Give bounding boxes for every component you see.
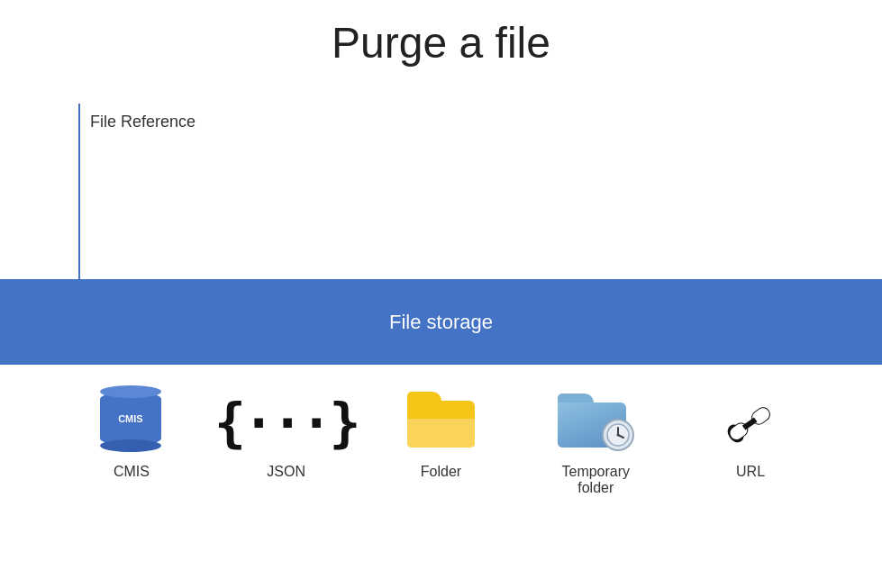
temp-folder-label: Temporary folder: [541, 464, 650, 496]
flow-arrow: [72, 104, 86, 296]
svg-point-3: [616, 434, 619, 437]
arrow-line: [78, 104, 80, 284]
file-storage-label: File storage: [389, 311, 493, 334]
temp-folder-clock: [602, 419, 634, 451]
icon-item-json: {···} JSON: [232, 392, 341, 480]
json-braces-icon: {···}: [214, 393, 359, 454]
icon-item-folder: Folder: [386, 392, 495, 480]
page-title: Purge a file: [0, 0, 882, 86]
file-storage-bar: File storage: [0, 279, 882, 365]
json-icon: {···}: [214, 392, 359, 455]
cmis-icon: CMIS: [100, 392, 163, 455]
file-reference-label: File Reference: [90, 113, 195, 131]
url-label: URL: [736, 464, 765, 480]
cmis-cylinder-text: CMIS: [118, 413, 143, 424]
icon-item-temp-folder: Temporary folder: [541, 392, 650, 496]
url-icon-wrapper: [717, 392, 785, 455]
cmis-cylinder: CMIS: [100, 392, 161, 446]
folder-body: [407, 401, 475, 448]
diagram-area: File Reference File storage: [0, 86, 882, 365]
json-label: JSON: [267, 464, 305, 480]
folder-front: [407, 419, 475, 448]
icon-item-url: URL: [696, 392, 805, 480]
folder-label: Folder: [421, 464, 461, 480]
folder-icon: [407, 392, 475, 455]
clock-svg: [605, 422, 631, 448]
icons-row: CMIS CMIS {···} JSON Folder: [0, 365, 882, 496]
url-link-icon: [719, 394, 782, 453]
icon-item-cmis: CMIS CMIS: [77, 392, 186, 480]
cmis-label: CMIS: [114, 464, 150, 480]
temp-folder-icon: [558, 392, 634, 455]
